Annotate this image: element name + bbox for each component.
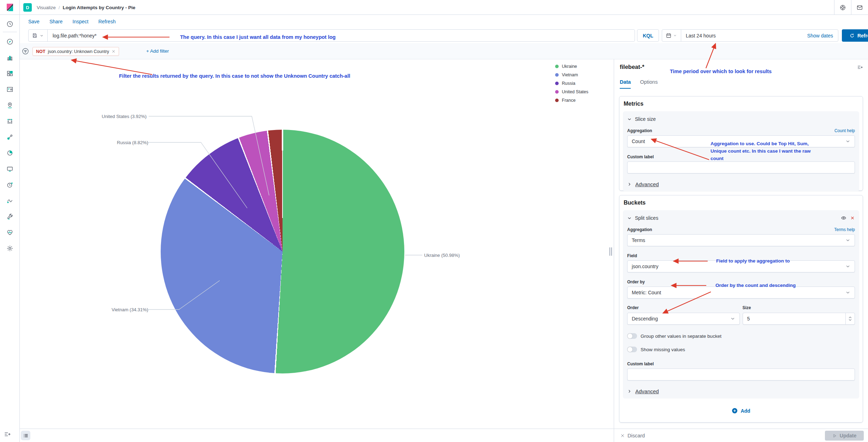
management-icon[interactable]	[6, 245, 13, 252]
legend-label: United States	[562, 89, 588, 94]
count-help-link[interactable]: Count help	[834, 128, 855, 133]
order-label: Order	[627, 305, 639, 310]
dashboard-icon[interactable]	[6, 70, 13, 77]
slice-label-united-states: United States (3.92%)	[102, 114, 147, 119]
eye-icon[interactable]	[841, 215, 846, 221]
plus-circle-icon	[732, 408, 738, 414]
filter-options-button[interactable]	[22, 48, 29, 55]
slice-label-vietnam: Vietnam (34.31%)	[112, 307, 148, 312]
date-quick-menu[interactable]	[662, 30, 681, 41]
share-button[interactable]: Share	[49, 19, 63, 24]
annotation-filter: Filter the results returned by the query…	[119, 73, 350, 79]
chevron-down-icon	[627, 117, 632, 122]
group-other-toggle[interactable]	[627, 333, 637, 339]
slice-size-accordion[interactable]: Slice size	[627, 116, 855, 123]
size-stepper[interactable]	[845, 313, 855, 324]
time-range-value[interactable]: Last 24 hours	[681, 33, 807, 39]
split-slices-accordion[interactable]: Split slices	[627, 214, 855, 222]
newsfeed-button[interactable]	[851, 0, 868, 15]
tab-data[interactable]: Data	[620, 79, 631, 89]
filter-icon	[22, 48, 29, 55]
help-button[interactable]	[834, 0, 851, 15]
dev-tools-icon[interactable]	[6, 213, 13, 220]
close-icon	[620, 434, 625, 438]
kibana-logo[interactable]	[0, 0, 20, 15]
discover-icon[interactable]	[6, 39, 13, 45]
buckets-advanced-toggle[interactable]: Advanced	[627, 388, 855, 394]
collapse-nav-button[interactable]	[4, 431, 11, 438]
legend-dot-france	[555, 99, 559, 102]
legend-item[interactable]: Russia	[555, 80, 588, 87]
inspect-button[interactable]: Inspect	[72, 19, 88, 24]
chevron-down-icon	[40, 34, 44, 38]
panel-resize-handle[interactable]	[609, 247, 612, 256]
monitoring-tv-icon[interactable]	[6, 166, 13, 172]
uptime-icon[interactable]	[6, 182, 13, 188]
add-bucket-button[interactable]: Add	[623, 408, 859, 414]
buckets-heading: Buckets	[623, 199, 859, 206]
visualize-toolbar: Save Share Inspect Refresh	[20, 15, 868, 28]
query-language-button[interactable]: KQL	[637, 29, 659, 42]
query-text: log.file.path:*honey*	[48, 33, 97, 39]
visualize-icon[interactable]	[6, 54, 13, 61]
collapse-panel-button[interactable]	[857, 64, 863, 70]
refresh-link[interactable]: Refresh	[98, 19, 115, 24]
space-badge[interactable]: D	[23, 3, 32, 12]
chevron-down-icon	[845, 264, 850, 269]
split-slices-section: Split slices Aggregation Terms help Term…	[623, 210, 859, 399]
legend-item[interactable]: Vietnam	[555, 72, 588, 78]
legend-item[interactable]: United States	[555, 89, 588, 95]
saved-query-menu[interactable]	[29, 30, 48, 41]
list-icon	[23, 433, 29, 438]
buckets-card: Buckets Split slices Aggregation Terms h…	[619, 195, 863, 423]
chevron-right-icon	[627, 182, 632, 187]
refresh-button[interactable]: Refresh	[842, 29, 868, 42]
breadcrumb-app[interactable]: Visualize	[37, 5, 56, 10]
size-label: Size	[743, 305, 751, 310]
update-button[interactable]: Update	[825, 431, 864, 441]
filter-negate-label: NOT	[36, 49, 45, 54]
order-by-select[interactable]: Metric: Count	[627, 287, 855, 299]
editor-footer: Discard Update	[614, 429, 868, 442]
legend-dot-ukraine	[555, 65, 559, 68]
legend-dot-russia	[555, 82, 559, 85]
legend-item[interactable]: Ukraine	[555, 63, 588, 70]
terms-help-link[interactable]: Terms help	[834, 227, 855, 232]
machine-learning-icon[interactable]	[6, 118, 13, 125]
metrics-advanced-toggle[interactable]: Advanced	[627, 181, 855, 187]
save-query-icon	[32, 33, 37, 38]
add-filter-button[interactable]: + Add filter	[146, 48, 169, 54]
custom-label-label: Custom label	[627, 361, 654, 366]
discard-button[interactable]: Discard	[620, 433, 645, 438]
order-by-label: Order by	[627, 279, 645, 284]
apm-icon[interactable]	[6, 198, 13, 204]
remove-bucket-icon[interactable]	[850, 216, 855, 220]
recently-viewed-icon[interactable]	[6, 21, 13, 28]
toggle-legend-button[interactable]	[21, 431, 30, 440]
maps-icon[interactable]	[6, 102, 13, 109]
filter-pill[interactable]: NOT json.country: Unknown Country	[32, 47, 119, 56]
show-missing-toggle[interactable]	[627, 347, 637, 352]
legend-dot-united-states	[555, 90, 559, 94]
remove-filter-icon[interactable]	[112, 49, 115, 53]
show-dates-button[interactable]: Show dates	[807, 33, 838, 39]
tab-options[interactable]: Options	[640, 79, 658, 89]
canvas-icon[interactable]	[6, 86, 13, 93]
graph-icon[interactable]	[6, 134, 13, 141]
pie-chart[interactable]	[161, 130, 404, 373]
legend-label: Vietnam	[562, 72, 578, 77]
bucket-aggregation-select[interactable]: Terms	[627, 234, 855, 246]
stack-monitoring-icon[interactable]	[6, 229, 13, 236]
date-picker[interactable]: Last 24 hours Show dates	[662, 29, 838, 42]
size-input[interactable]: 5	[743, 313, 855, 325]
nav-rail	[0, 15, 20, 442]
chevron-down-icon	[673, 34, 677, 37]
calendar-icon	[666, 33, 671, 38]
legend-item[interactable]: France	[555, 97, 588, 104]
kibana-visualize-app: D Visualize / Login Attempts by Country …	[0, 0, 868, 442]
siem-icon[interactable]	[6, 150, 13, 157]
bucket-custom-label-input[interactable]	[627, 369, 855, 381]
save-button[interactable]: Save	[28, 19, 40, 24]
order-select[interactable]: Descending	[627, 313, 740, 325]
metric-custom-label-input[interactable]	[627, 161, 855, 173]
